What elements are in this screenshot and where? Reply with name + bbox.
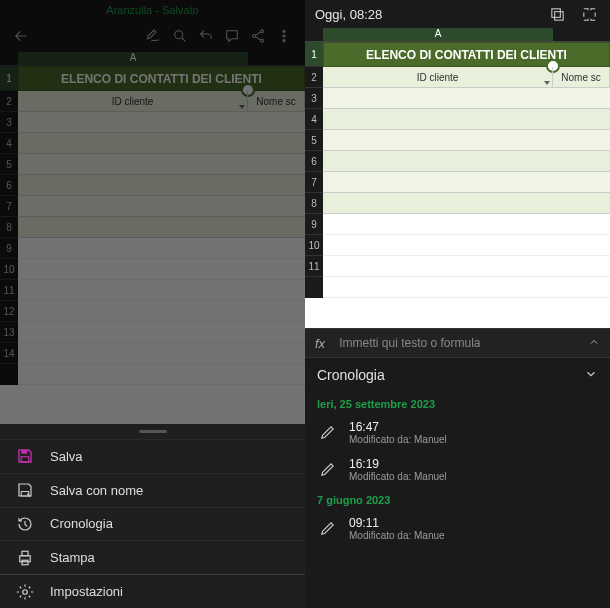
pane-history: Oggi, 08:28 A 1 2 3 4 5 6 7 8 9 xyxy=(305,0,610,608)
svg-rect-11 xyxy=(22,560,28,565)
row-numbers: 1 2 3 4 5 6 7 8 9 10 11 12 13 14 xyxy=(0,66,18,385)
history-icon xyxy=(16,515,34,533)
gear-icon xyxy=(16,583,34,601)
chevron-down-icon xyxy=(584,367,598,384)
back-icon[interactable] xyxy=(8,23,34,49)
svg-point-5 xyxy=(283,35,285,37)
svg-point-12 xyxy=(23,589,28,594)
comment-icon[interactable] xyxy=(219,23,245,49)
menu-save[interactable]: Salva xyxy=(0,439,305,473)
history-entry[interactable]: 09:11 Modificato da: Manue xyxy=(305,510,610,547)
menu-label: Salva con nome xyxy=(50,483,143,498)
col-header-a[interactable]: A xyxy=(323,28,553,41)
menu-history[interactable]: Cronologia xyxy=(0,507,305,541)
column-id-cliente[interactable]: ID cliente xyxy=(18,91,248,111)
svg-point-6 xyxy=(283,40,285,42)
search-icon[interactable] xyxy=(167,23,193,49)
save-as-icon xyxy=(16,481,34,499)
row-numbers: 1 2 3 4 5 6 7 8 9 10 11 xyxy=(305,42,323,298)
svg-point-2 xyxy=(261,30,264,33)
menu-label: Cronologia xyxy=(50,516,113,531)
version-timestamp: Oggi, 08:28 xyxy=(315,7,382,22)
svg-point-3 xyxy=(261,39,264,42)
edit-icon xyxy=(317,423,337,443)
more-icon[interactable] xyxy=(271,23,297,49)
titlebar: Oggi, 08:28 xyxy=(305,0,610,28)
history-entry[interactable]: 16:19 Modificato da: Manuel xyxy=(305,451,610,488)
menu-save-as[interactable]: Salva con nome xyxy=(0,473,305,507)
history-panel: Cronologia Ieri, 25 settembre 2023 16:47… xyxy=(305,358,610,547)
menu-label: Impostazioni xyxy=(50,584,123,599)
svg-rect-7 xyxy=(21,450,27,454)
pen-icon[interactable] xyxy=(141,23,167,49)
history-entry[interactable]: 16:47 Modificato da: Manuel xyxy=(305,414,610,451)
history-header[interactable]: Cronologia xyxy=(305,358,610,392)
menu-settings[interactable]: Impostazioni xyxy=(0,574,305,608)
sheet-title-cell[interactable]: ELENCO DI CONTATTI DEI CLIENTI xyxy=(323,42,610,67)
column-nome[interactable]: Nome sc xyxy=(248,91,305,111)
share-icon[interactable] xyxy=(245,23,271,49)
history-date: 7 giugno 2023 xyxy=(305,488,610,510)
edit-icon xyxy=(317,460,337,480)
column-id-cliente[interactable]: ID cliente xyxy=(323,67,553,87)
svg-rect-8 xyxy=(21,457,29,462)
print-icon xyxy=(16,549,34,567)
svg-point-4 xyxy=(283,30,285,32)
restore-icon[interactable] xyxy=(578,3,600,25)
col-header-a[interactable]: A xyxy=(18,52,248,65)
drag-handle[interactable] xyxy=(0,424,305,439)
formula-input-placeholder: Immetti qui testo o formula xyxy=(339,336,588,350)
bottom-sheet-menu: Salva Salva con nome Cronologia Stampa I… xyxy=(0,424,305,608)
pane-menu-open: Aranzulla - Salvato A xyxy=(0,0,305,608)
toolbar xyxy=(0,20,305,52)
history-date: Ieri, 25 settembre 2023 xyxy=(305,392,610,414)
svg-rect-14 xyxy=(551,8,560,16)
formula-bar[interactable]: fx Immetti qui testo o formula xyxy=(305,328,610,358)
fx-label: fx xyxy=(315,336,325,351)
save-icon xyxy=(16,447,34,465)
copy-icon[interactable] xyxy=(546,3,568,25)
menu-label: Salva xyxy=(50,449,83,464)
document-title: Aranzulla - Salvato xyxy=(0,0,305,20)
menu-print[interactable]: Stampa xyxy=(0,540,305,574)
spreadsheet: A 1 2 3 4 5 6 7 8 9 10 11 ELENCO DI CONT… xyxy=(305,28,610,328)
chevron-up-icon[interactable] xyxy=(588,336,600,351)
sheet-title-cell[interactable]: ELENCO DI CONTATTI DEI CLIENTI xyxy=(18,66,305,91)
edit-icon xyxy=(317,519,337,539)
svg-point-1 xyxy=(253,35,256,38)
menu-label: Stampa xyxy=(50,550,95,565)
column-nome[interactable]: Nome sc xyxy=(553,67,610,87)
undo-icon[interactable] xyxy=(193,23,219,49)
svg-rect-13 xyxy=(554,11,563,20)
svg-rect-10 xyxy=(22,551,28,556)
spreadsheet: A 1 2 3 4 5 6 7 8 9 10 11 12 13 14 ELENC… xyxy=(0,52,305,424)
svg-point-0 xyxy=(175,31,183,39)
